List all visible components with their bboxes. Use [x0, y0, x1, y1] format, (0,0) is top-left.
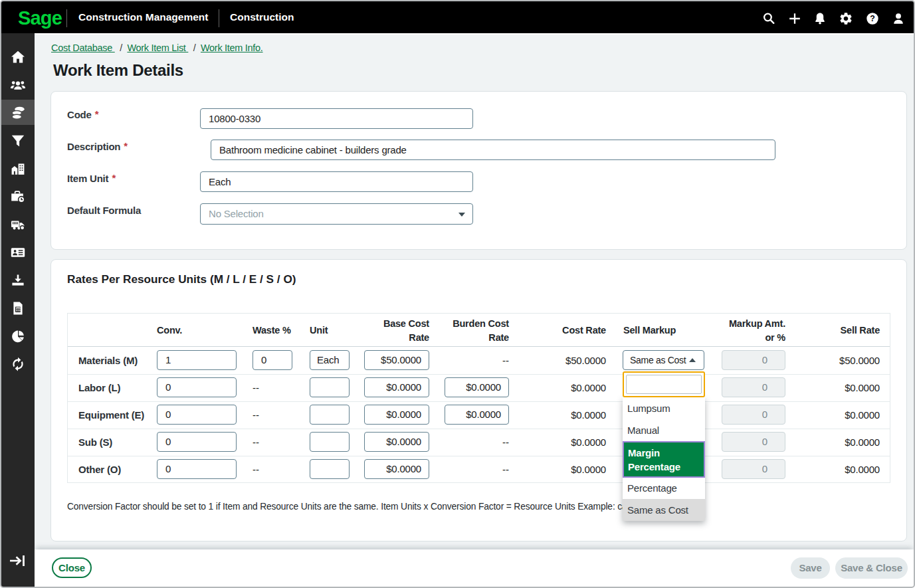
svg-text:?: ? [870, 14, 875, 23]
